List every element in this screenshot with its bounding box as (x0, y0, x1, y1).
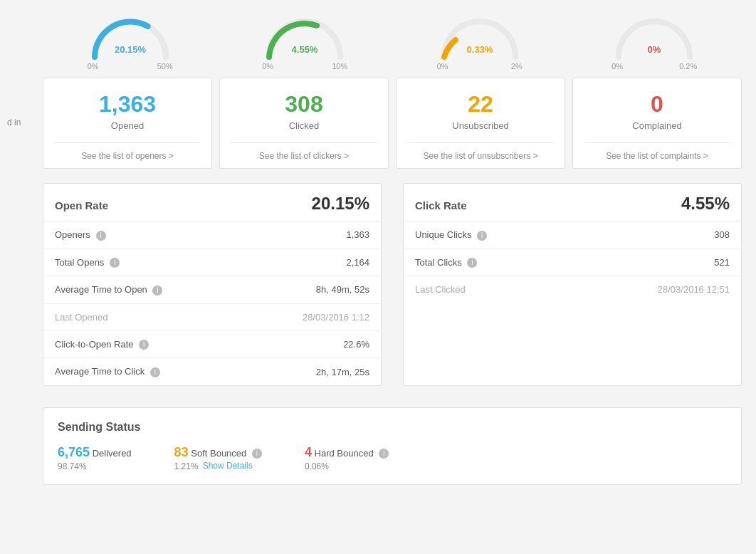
avg-time-open-value: 8h, 49m, 52s (316, 284, 369, 295)
gauge-click-labels: 0% 10% (262, 62, 347, 70)
total-clicks-value: 521 (714, 257, 730, 268)
clicked-link-row[interactable]: See the list of clickers > (231, 142, 377, 168)
show-details-link[interactable]: Show Details (203, 461, 253, 471)
svg-text:4.55%: 4.55% (292, 44, 318, 55)
complained-number: 0 (584, 91, 730, 117)
last-opened-label: Last Opened (55, 312, 107, 323)
avg-time-click-info-icon[interactable]: i (150, 367, 160, 377)
delivered-number: 6,765 (58, 445, 90, 459)
unique-clicks-value: 308 (714, 229, 730, 240)
stat-card-clicked: 308 Clicked See the list of clickers > (219, 78, 389, 169)
gauge-open-labels: 0% 50% (88, 62, 173, 70)
last-clicked-label: Last Clicked (415, 284, 466, 295)
gauge-unsub-labels: 0% 2% (437, 62, 523, 70)
total-opens-row: Total Opens i 2,164 (43, 249, 381, 277)
clicked-link[interactable]: See the list of clickers > (259, 151, 349, 161)
gauges-row: 20.15% 0% 50% 4.55% 0% 10% (43, 14, 742, 70)
sending-status-section: Sending Status 6,765 Delivered 98.74% 83… (43, 407, 742, 485)
soft-bounced-stat-line: 83 Soft Bounced i (174, 445, 262, 460)
opened-link[interactable]: See the list of openers > (81, 151, 174, 161)
gauge-open-max: 50% (157, 62, 173, 70)
last-clicked-row: Last Clicked 28/03/2016 12:51 (404, 276, 741, 303)
clicked-label: Clicked (231, 120, 377, 131)
avg-time-click-label: Average Time to Click i (55, 366, 160, 377)
opened-number: 1,363 (54, 91, 201, 117)
click-rate-title: Click Rate (415, 199, 467, 211)
avg-time-click-value: 2h, 17m, 25s (316, 367, 369, 377)
unsubscribed-number: 22 (407, 91, 554, 117)
avg-time-open-label: Average Time to Open i (55, 284, 162, 296)
unique-clicks-info-icon[interactable]: i (477, 231, 487, 241)
gauge-complaint-labels: 0% 0.2% (611, 62, 697, 70)
gauge-open-rate: 20.15% 0% 50% (43, 14, 218, 70)
complained-link[interactable]: See the list of complaints > (606, 151, 708, 161)
soft-bounced-label: Soft Bounced (191, 448, 246, 459)
unsubscribed-label: Unsubscribed (407, 120, 554, 131)
last-clicked-value: 28/03/2016 12:51 (658, 284, 730, 295)
gauge-complaint-svg: 0% (611, 14, 697, 61)
click-to-open-info-icon[interactable]: i (139, 340, 149, 350)
sending-status-title: Sending Status (58, 421, 727, 434)
gauge-complaint-min: 0% (611, 62, 623, 70)
open-rate-value: 20.15% (312, 194, 369, 214)
sending-stats-row: 6,765 Delivered 98.74% 83 Soft Bounced i… (58, 445, 727, 471)
gauge-unsub-svg: 0.33% (437, 14, 523, 61)
total-clicks-info-icon[interactable]: i (467, 258, 477, 268)
soft-bounced-info-icon[interactable]: i (252, 449, 262, 459)
gauge-click-max: 10% (332, 62, 347, 70)
openers-label: Openers i (55, 229, 106, 241)
stat-card-complained: 0 Complained See the list of complaints … (572, 78, 742, 169)
total-clicks-row: Total Clicks i 521 (404, 249, 741, 277)
hard-bounced-stat: 4 Hard Bounced i 0.06% (305, 445, 389, 471)
delivered-stat: 6,765 Delivered 98.74% (58, 445, 132, 471)
gauge-complaint-rate: 0% 0% 0.2% (567, 14, 742, 70)
delivered-label: Delivered (93, 448, 132, 459)
total-clicks-label: Total Clicks i (415, 257, 477, 268)
hard-bounced-info-icon[interactable]: i (379, 449, 389, 459)
unsubscribed-link[interactable]: See the list of unsubscribers > (423, 151, 537, 161)
openers-value: 1,363 (346, 229, 369, 240)
clicked-number: 308 (231, 91, 377, 117)
unsubscribed-link-row[interactable]: See the list of unsubscribers > (407, 142, 554, 168)
last-opened-value: 28/03/2016 1:12 (303, 312, 369, 323)
gauge-click-rate: 4.55% 0% 10% (218, 14, 393, 70)
open-rate-title: Open Rate (55, 199, 108, 211)
stat-card-unsubscribed: 22 Unsubscribed See the list of unsubscr… (396, 78, 565, 169)
click-rate-value: 4.55% (681, 194, 730, 214)
hard-bounced-label: Hard Bounced (315, 448, 374, 459)
gauge-open-min: 0% (88, 62, 99, 70)
open-rate-header: Open Rate 20.15% (43, 184, 381, 221)
detail-panels-row: Open Rate 20.15% Openers i 1,363 Total O… (43, 183, 742, 386)
hard-bounced-percent: 0.06% (305, 461, 389, 471)
soft-bounced-stat: 83 Soft Bounced i 1.21% Show Details (174, 445, 262, 471)
total-opens-info-icon[interactable]: i (110, 258, 120, 268)
soft-bounced-percent: 1.21% (174, 461, 199, 471)
svg-text:0%: 0% (648, 44, 661, 55)
gauge-click-svg: 4.55% (262, 14, 347, 61)
opened-label: Opened (54, 120, 201, 131)
gauge-click-min: 0% (262, 62, 273, 70)
avg-time-open-row: Average Time to Open i 8h, 49m, 52s (43, 276, 381, 304)
last-opened-row: Last Opened 28/03/2016 1:12 (43, 304, 381, 331)
unique-clicks-row: Unique Clicks i 308 (404, 221, 741, 249)
click-to-open-row: Click-to-Open Rate i 22.6% (43, 331, 381, 359)
total-opens-label: Total Opens i (55, 257, 120, 268)
avg-time-open-info-icon[interactable]: i (152, 286, 162, 296)
svg-text:0.33%: 0.33% (466, 44, 493, 55)
opened-link-row[interactable]: See the list of openers > (54, 142, 201, 168)
stat-cards-row: 1,363 Opened See the list of openers > 3… (43, 78, 742, 169)
sidebar-label: d in (7, 117, 21, 127)
gauge-unsub-min: 0% (437, 62, 448, 70)
click-rate-header: Click Rate 4.55% (404, 184, 741, 221)
complained-link-row[interactable]: See the list of complaints > (584, 142, 730, 168)
openers-row: Openers i 1,363 (43, 221, 381, 249)
open-rate-panel: Open Rate 20.15% Openers i 1,363 Total O… (43, 183, 382, 386)
delivered-stat-line: 6,765 Delivered (58, 445, 132, 460)
gauge-open-svg: 20.15% (88, 14, 173, 61)
total-opens-value: 2,164 (346, 257, 369, 268)
openers-info-icon[interactable]: i (96, 231, 106, 241)
click-rate-panel: Click Rate 4.55% Unique Clicks i 308 Tot… (403, 183, 742, 386)
gauge-complaint-max: 0.2% (679, 62, 697, 70)
gauge-unsub-max: 2% (511, 62, 523, 70)
svg-text:20.15%: 20.15% (115, 44, 147, 55)
